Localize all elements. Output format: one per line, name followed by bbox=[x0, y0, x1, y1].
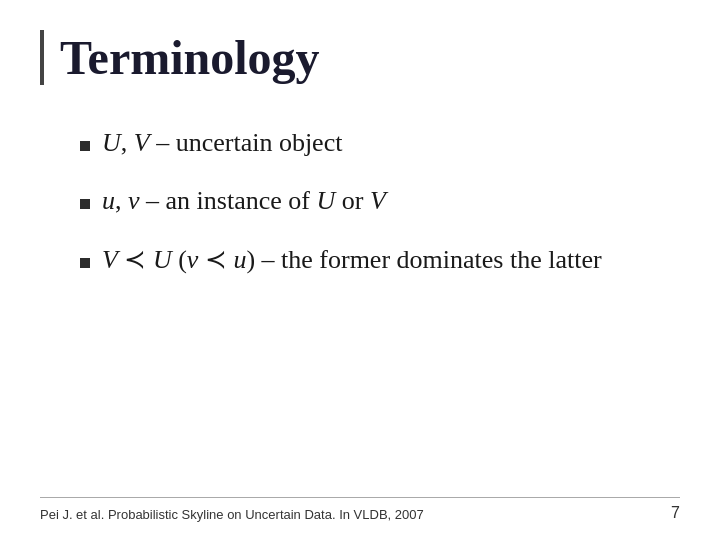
slide-title: Terminology bbox=[40, 30, 680, 85]
bullet-list: U, V – uncertain object u, v – an instan… bbox=[40, 125, 680, 278]
bullet-marker-1 bbox=[80, 141, 90, 151]
citation-text: Pei J. et al. Probabilistic Skyline on U… bbox=[40, 507, 424, 522]
bullet-item-3: V ≺ U (v ≺ u) – the former dominates the… bbox=[80, 242, 680, 278]
bullet-text-1: U, V – uncertain object bbox=[102, 125, 342, 161]
page-number: 7 bbox=[671, 504, 680, 522]
slide-footer: Pei J. et al. Probabilistic Skyline on U… bbox=[40, 497, 680, 522]
bullet-item-1: U, V – uncertain object bbox=[80, 125, 680, 161]
bullet-text-2: u, v – an instance of U or V bbox=[102, 183, 386, 219]
bullet-text-3: V ≺ U (v ≺ u) – the former dominates the… bbox=[102, 242, 602, 278]
bullet-marker-2 bbox=[80, 199, 90, 209]
bullet-item-2: u, v – an instance of U or V bbox=[80, 183, 680, 219]
slide: Terminology U, V – uncertain object u, v… bbox=[0, 0, 720, 540]
bullet-marker-3 bbox=[80, 258, 90, 268]
